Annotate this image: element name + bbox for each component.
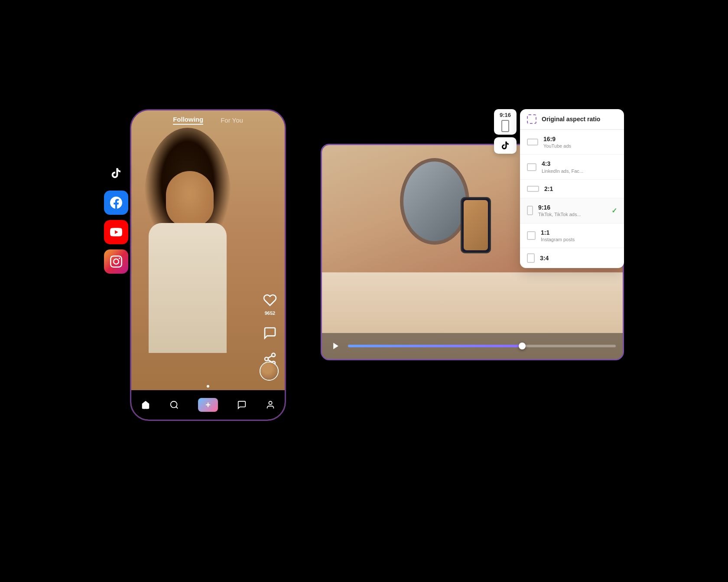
ratio-4-3-sub: LinkedIn ads, Fac...: [542, 168, 617, 174]
social-icons-panel: [104, 161, 128, 274]
format-pill-ratio-916: 9:16: [500, 112, 511, 118]
portrait-icon: [527, 206, 533, 215]
format-pill-portrait-icon: [501, 120, 509, 132]
facebook-icon-btn[interactable]: [104, 191, 128, 215]
heart-icon: [261, 291, 279, 309]
youtube-icon-btn[interactable]: [104, 220, 128, 244]
svg-line-6: [176, 407, 178, 408]
svg-point-7: [269, 401, 272, 404]
ratio-2-1-label: 2:1: [544, 185, 617, 193]
original-ratio-label: Original aspect ratio: [542, 115, 617, 123]
progress-thumb[interactable]: [519, 343, 526, 349]
progress-bar[interactable]: [348, 345, 616, 347]
square-icon: [527, 231, 536, 240]
ratio-4-3-label: 4:3: [542, 160, 617, 168]
svg-point-1: [265, 357, 268, 361]
aspect-4-3[interactable]: 4:3 LinkedIn ads, Fac...: [520, 155, 624, 179]
aspect-9-16[interactable]: 9:16 TikTok, TikTok ads... ✓: [520, 198, 624, 223]
format-pill-tiktok[interactable]: [494, 137, 517, 154]
like-count: 9652: [265, 310, 275, 316]
aspect-1-1[interactable]: 1:1 Instagram posts: [520, 223, 624, 248]
aspect-3-4[interactable]: 3:4: [520, 248, 624, 268]
instagram-icon-btn[interactable]: [104, 249, 128, 274]
video-mirror-prop: [400, 158, 469, 245]
tab-following[interactable]: Following: [173, 116, 203, 125]
aspect-ratio-dropdown: Original aspect ratio 16:9 YouTube ads 4…: [520, 109, 624, 268]
svg-marker-8: [333, 343, 338, 349]
ratio-1-1-label: 1:1: [541, 229, 617, 236]
progress-fill: [348, 345, 522, 347]
phone-side-actions: 9652: [261, 291, 279, 368]
phone-avatar: [260, 362, 279, 381]
phone-bottom-nav: +: [131, 390, 285, 420]
person-body: [149, 223, 227, 353]
original-aspect-icon: [527, 114, 536, 124]
format-pill-916[interactable]: 9:16: [494, 109, 517, 135]
ratio-1-1-sub: Instagram posts: [541, 236, 617, 242]
like-action[interactable]: 9652: [261, 291, 279, 316]
aspect-ratio-panel: 9:16 Original aspect ratio: [494, 109, 624, 268]
nav-home[interactable]: [141, 400, 150, 410]
video-phone-prop: [461, 197, 491, 253]
ratio-16-9-label: 16:9: [543, 135, 617, 143]
ratio-3-4-label: 3:4: [540, 254, 617, 262]
phone-progress-dot: [207, 385, 209, 388]
main-scene: Following For You 9652: [104, 74, 624, 508]
aspect-2-1[interactable]: 2:1: [520, 180, 624, 198]
svg-point-0: [272, 353, 275, 357]
ratio-9-16-sub: TikTok, TikTok ads...: [538, 211, 606, 217]
aspect-16-9[interactable]: 16:9 YouTube ads: [520, 130, 624, 155]
phone-header: Following For You: [131, 110, 285, 129]
tall-icon: [527, 253, 535, 263]
ratio-9-16-label: 9:16: [538, 204, 606, 211]
landscape-icon: [527, 139, 538, 146]
aspect-original[interactable]: Original aspect ratio: [520, 109, 624, 129]
phone-mockup: Following For You 9652: [130, 109, 286, 421]
wide-icon: [527, 186, 539, 192]
ratio-4-3-icon: [527, 163, 536, 171]
nav-search[interactable]: [169, 400, 179, 410]
person-face: [166, 171, 214, 227]
format-pills: 9:16: [494, 109, 517, 154]
play-button[interactable]: [329, 339, 343, 353]
comment-action[interactable]: [261, 324, 279, 342]
tab-for-you[interactable]: For You: [221, 116, 243, 124]
ratio-16-9-sub: YouTube ads: [543, 143, 617, 149]
comment-icon: [261, 324, 279, 342]
svg-line-4: [268, 356, 272, 358]
tiktok-icon-btn[interactable]: [104, 161, 128, 185]
video-controls: [322, 333, 623, 359]
check-icon: ✓: [611, 207, 617, 215]
svg-point-5: [171, 401, 177, 408]
nav-create[interactable]: +: [198, 398, 218, 412]
nav-profile[interactable]: [266, 400, 275, 410]
nav-inbox[interactable]: [237, 400, 247, 410]
